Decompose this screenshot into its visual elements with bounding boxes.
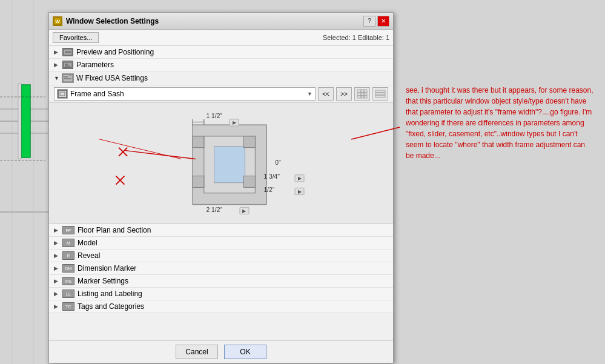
section-icon-parameters (62, 61, 73, 69)
section-parameters[interactable]: ▶ Parameters (49, 59, 393, 71)
arrow-marker: ▶ (54, 278, 60, 284)
section-w-fixed[interactable]: ▼ W Fixed USA Settings (49, 71, 393, 85)
section-floor-plan[interactable]: ▶ FP Floor Plan and Section (49, 224, 393, 237)
arrow-floor-plan: ▶ (54, 227, 60, 233)
dialog-title: Window Selection Settings (66, 17, 363, 25)
section-label-parameters: Parameters (76, 61, 114, 69)
svg-text:1 1/2": 1 1/2" (206, 113, 222, 119)
section-reveal[interactable]: ▶ R Reveal (49, 250, 393, 262)
bottom-sections: ▶ FP Floor Plan and Section ▶ M Model ▶ … (49, 224, 393, 313)
preview-drawing: ▶ 1 1/2" 0" 1 3/4" ▶ 1/2" ▶ 2 1/2" ▶ (54, 108, 388, 219)
section-label-preview: Preview and Positioning (76, 48, 154, 56)
svg-text:2 1/2": 2 1/2" (206, 207, 222, 213)
label-floor-plan: Floor Plan and Section (78, 226, 151, 234)
svg-rect-59 (244, 136, 256, 148)
svg-rect-23 (357, 90, 367, 98)
svg-rect-21 (58, 90, 67, 98)
icon-marker: MS (62, 277, 74, 285)
arrow-model: ▶ (54, 240, 60, 246)
view-grid-button[interactable] (354, 87, 370, 101)
svg-rect-60 (244, 176, 256, 188)
arrow-dimension: ▶ (54, 265, 60, 271)
svg-text:W: W (55, 19, 60, 24)
label-reveal: Reveal (78, 251, 100, 260)
arrow-tags: ▶ (54, 303, 60, 309)
comment-balloon: see, i thought it was there but it appea… (406, 85, 593, 161)
arrow-preview: ▶ (54, 49, 60, 55)
icon-listing: LL (62, 290, 74, 298)
svg-text:▶: ▶ (298, 189, 302, 194)
view-list-button[interactable] (372, 87, 388, 101)
dialog-toolbar: Favorites... Selected: 1 Editable: 1 (49, 30, 393, 46)
svg-rect-6 (21, 85, 30, 157)
selected-info: Selected: 1 Editable: 1 (323, 34, 389, 41)
section-preview[interactable]: ▶ Preview and Positioning (49, 46, 393, 59)
dropdown-arrow-icon: ▼ (307, 91, 312, 97)
section-icon-preview (62, 48, 73, 56)
ok-button[interactable]: OK (224, 345, 266, 359)
section-icon-w-fixed (62, 73, 74, 83)
dialog-icon: W (53, 16, 62, 26)
section-label-w-fixed: W Fixed USA Settings (76, 74, 148, 82)
dialog-window-selection: W Window Selection Settings ? ✕ Favorite… (48, 12, 394, 363)
svg-rect-57 (193, 136, 204, 148)
nav-prev-button[interactable]: << (318, 87, 334, 101)
icon-model: M (62, 239, 74, 247)
frame-sash-icon (57, 89, 68, 99)
svg-rect-58 (193, 176, 204, 188)
preview-area: ▶ 1 1/2" 0" 1 3/4" ▶ 1/2" ▶ 2 1/2" ▶ (49, 103, 393, 224)
svg-text:1/2": 1/2" (263, 187, 274, 193)
svg-rect-7 (18, 84, 21, 159)
label-dimension: Dimension Marker (78, 264, 136, 273)
comment-text: see, i thought it was there but it appea… (406, 86, 593, 160)
label-tags: Tags and Categories (78, 302, 144, 311)
cancel-button[interactable]: Cancel (176, 345, 218, 359)
icon-reveal: R (62, 251, 74, 260)
arrow-listing: ▶ (54, 291, 60, 297)
svg-text:▶: ▶ (233, 120, 237, 125)
svg-rect-28 (375, 90, 385, 98)
dialog-footer: Cancel OK (49, 340, 393, 363)
icon-tags: TC (62, 302, 74, 311)
svg-rect-22 (60, 92, 65, 96)
section-tags[interactable]: ▶ TC Tags and Categories (49, 300, 393, 313)
section-list: ▶ Preview and Positioning ▶ Parameters (49, 46, 393, 85)
svg-rect-34 (214, 147, 245, 183)
icon-dimension: DM (62, 264, 74, 273)
arrow-w-fixed: ▼ (54, 75, 59, 81)
svg-text:▶: ▶ (242, 208, 246, 214)
section-dimension-marker[interactable]: ▶ DM Dimension Marker (49, 262, 393, 275)
section-listing[interactable]: ▶ LL Listing and Labeling (49, 288, 393, 300)
arrow-reveal: ▶ (54, 253, 60, 259)
frame-sash-toolbar: Frame and Sash ▼ << >> (49, 85, 393, 103)
titlebar-controls: ? ✕ (363, 16, 389, 27)
svg-text:0": 0" (275, 159, 281, 166)
label-marker: Marker Settings (78, 277, 128, 285)
icon-floor-plan: FP (62, 226, 74, 234)
favorites-button[interactable]: Favorites... (53, 32, 99, 43)
frame-sash-dropdown[interactable]: Frame and Sash ▼ (54, 87, 316, 101)
label-model: Model (78, 239, 98, 247)
section-marker-settings[interactable]: ▶ MS Marker Settings (49, 275, 393, 288)
arrow-parameters: ▶ (54, 62, 60, 68)
svg-text:▶: ▶ (298, 176, 302, 181)
label-listing: Listing and Labeling (78, 290, 142, 298)
section-model[interactable]: ▶ M Model (49, 237, 393, 250)
nav-next-button[interactable]: >> (336, 87, 352, 101)
svg-rect-14 (64, 62, 72, 67)
frame-sash-label: Frame and Sash (70, 90, 124, 98)
help-button[interactable]: ? (363, 16, 375, 27)
close-button[interactable]: ✕ (377, 16, 389, 27)
svg-text:1 3/4": 1 3/4" (263, 173, 280, 180)
dialog-titlebar: W Window Selection Settings ? ✕ (49, 13, 393, 30)
